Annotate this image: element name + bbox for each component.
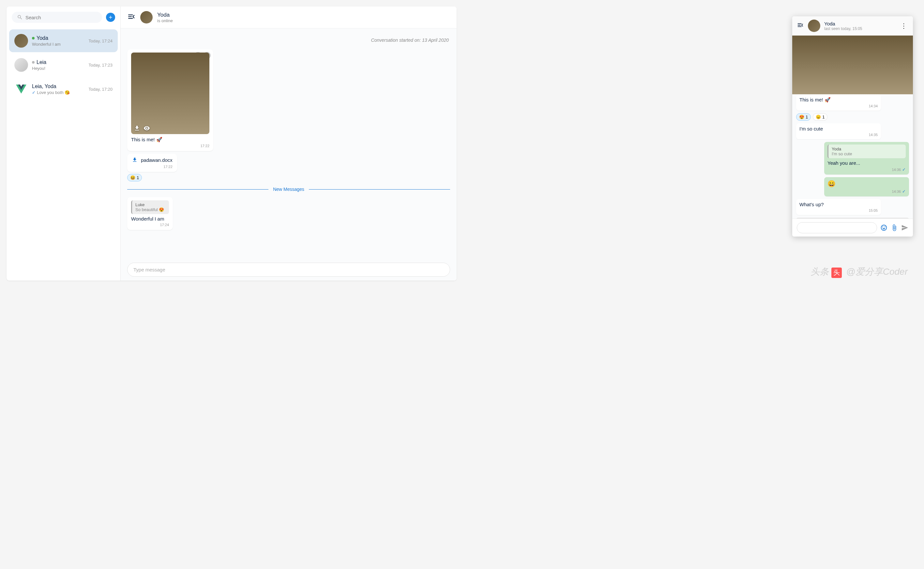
avatar: [808, 20, 820, 32]
message-time: 14:35: [799, 133, 878, 137]
composer: Type message: [121, 259, 457, 281]
room-item-yoda[interactable]: Yoda Wonderful I am Today, 17:24: [9, 29, 118, 52]
message-time: 15:05: [799, 208, 878, 212]
message-input[interactable]: Type message: [127, 263, 450, 277]
avatar: [140, 11, 153, 23]
floating-header: Yoda last seen today, 15:05 ⋮: [792, 16, 913, 35]
floating-composer: [792, 219, 913, 237]
back-button[interactable]: [127, 12, 136, 22]
floating-messages: This is me! 🚀 14:34 😍1 😠1 I'm so cute 14…: [792, 35, 913, 219]
check-icon: ✓: [32, 90, 35, 95]
message-time: 17:22: [132, 165, 173, 169]
room-time-label: Today, 17:23: [89, 62, 112, 67]
message-image[interactable]: [131, 53, 210, 134]
reply-preview: Yoda I'm so cute: [827, 145, 906, 158]
eye-icon[interactable]: [143, 125, 150, 131]
date-divider-label: Conversation started on: 13 April 2020: [127, 35, 450, 49]
messages-area: Conversation started on: 13 April 2020 ☺…: [121, 28, 457, 259]
room-name-label: Yoda: [36, 35, 48, 41]
watermark: 头条 头 @爱分享Coder: [810, 266, 908, 278]
toutiao-icon: 头: [831, 268, 842, 278]
check-icon: ✓: [902, 167, 906, 172]
send-icon[interactable]: [901, 224, 908, 231]
reaction-emoji: 😆: [130, 175, 135, 180]
new-messages-divider: New Messages: [127, 187, 450, 192]
message-text: Wonderful I am: [131, 216, 169, 222]
room-info: Yoda Wonderful I am: [32, 35, 85, 47]
room-name-label: Leia, Yoda: [32, 84, 56, 90]
message-bubble: What's up? 15:05: [796, 199, 881, 215]
status-dot-online: [32, 37, 35, 40]
floating-chat-window: Yoda last seen today, 15:05 ⋮ This is me…: [792, 16, 913, 237]
floating-title-label: Yoda: [824, 21, 862, 26]
message-bubble: 😄 14:36✓: [824, 177, 909, 196]
room-info: Leia Heyou!: [32, 59, 85, 71]
sidebar: Yoda Wonderful I am Today, 17:24 Leia He…: [6, 6, 121, 281]
message-time: 14:36: [892, 168, 901, 172]
reply-preview: Luke So beautiful 😍: [131, 200, 169, 214]
room-item-group[interactable]: Leia, Yoda ✓Love you both 😘️ Today, 17:2…: [9, 78, 118, 100]
room-item-leia[interactable]: Leia Heyou! Today, 17:23: [9, 53, 118, 76]
avatar: [14, 82, 28, 96]
add-room-button[interactable]: [106, 13, 115, 22]
message-bubble: Yoda I'm so cute Yeah you are... 14:36✓: [824, 142, 909, 175]
download-icon[interactable]: [132, 157, 138, 163]
message-time: 14:36: [892, 190, 901, 193]
plus-icon: [108, 15, 113, 20]
search-input[interactable]: [26, 15, 97, 20]
room-last-label: Love you both 😘️: [37, 90, 70, 95]
file-name-label[interactable]: padawan.docx: [141, 157, 173, 163]
chat-status-label: is online: [157, 18, 173, 23]
avatar: [14, 58, 28, 72]
message-text: This is me! 🚀: [799, 97, 878, 103]
message-time: 17:22: [131, 144, 210, 148]
search-icon: [17, 14, 23, 20]
room-last-label: Wonderful I am: [32, 42, 85, 47]
search-box[interactable]: [12, 12, 102, 23]
room-info: Leia, Yoda ✓Love you both 😘️: [32, 84, 85, 95]
message-text: What's up?: [799, 202, 878, 207]
reaction-chip[interactable]: 😍1: [796, 113, 811, 121]
floating-header-info: Yoda last seen today, 15:05: [824, 21, 862, 31]
message-bubble: This is me! 🚀 14:34: [796, 94, 881, 111]
back-icon: [797, 21, 804, 29]
new-messages-label: New Messages: [273, 187, 304, 192]
message-bubble: I'm so cute 14:35: [796, 123, 881, 139]
floating-status-label: last seen today, 15:05: [824, 26, 862, 31]
status-dot-offline: [32, 61, 35, 64]
message-time: 17:24: [131, 223, 169, 227]
reply-text-label: So beautiful 😍: [135, 207, 166, 212]
back-icon: [127, 12, 136, 21]
chat-title-label: Yoda: [157, 12, 173, 18]
reaction-chip[interactable]: 😠1: [813, 113, 827, 121]
reply-name-label: Yoda: [832, 146, 903, 151]
reply-text-label: I'm so cute: [832, 151, 903, 156]
message-bubble: Luke So beautiful 😍 Wonderful I am 17:24: [127, 197, 450, 230]
reply-name-label: Luke: [135, 202, 166, 207]
emoji-icon[interactable]: [880, 224, 888, 231]
reaction-chip[interactable]: 😆 1: [127, 174, 142, 181]
chat-app: Yoda Wonderful I am Today, 17:24 Leia He…: [6, 6, 457, 281]
more-menu-button[interactable]: ⋮: [899, 22, 908, 30]
rooms-list: Yoda Wonderful I am Today, 17:24 Leia He…: [6, 28, 120, 281]
vue-icon: [16, 84, 26, 94]
sidebar-header: [6, 6, 120, 28]
download-icon[interactable]: [134, 125, 140, 131]
message-text: I'm so cute: [799, 126, 878, 131]
message-input[interactable]: [797, 222, 877, 233]
attachment-icon[interactable]: [891, 224, 898, 231]
reaction-count: 1: [137, 175, 139, 180]
room-last-label: Heyou!: [32, 66, 85, 71]
message-image[interactable]: [792, 35, 913, 94]
back-button[interactable]: [797, 21, 804, 30]
message-file: padawan.docx 17:22 😆 1: [127, 154, 450, 181]
room-time-label: Today, 17:24: [89, 38, 112, 43]
message-bubble: ☺ This is me! 🚀 17:22: [127, 49, 450, 151]
chat-panel: Yoda is online Conversation started on: …: [121, 6, 457, 281]
chat-header-info: Yoda is online: [157, 12, 173, 23]
chat-header: Yoda is online: [121, 6, 457, 28]
message-text: Yeah you are...: [827, 160, 906, 166]
check-icon: ✓: [902, 189, 906, 194]
message-text: This is me! 🚀: [131, 137, 210, 143]
avatar: [14, 34, 28, 48]
